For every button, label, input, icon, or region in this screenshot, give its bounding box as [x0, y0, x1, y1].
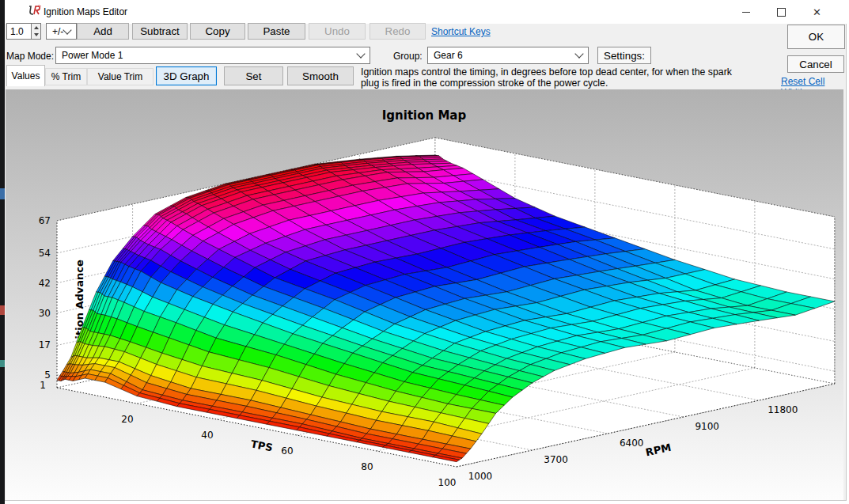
chart-title: Ignition Map	[382, 108, 467, 123]
maximize-button[interactable]	[764, 0, 799, 24]
advance-tick-label: 54	[39, 248, 51, 259]
spinner-down-icon[interactable]	[32, 32, 40, 40]
3d-surface-chart[interactable]: 1517304254672040608010010003700640091001…	[6, 89, 843, 500]
rpm-tick-label: 11800	[768, 404, 798, 415]
operator-value: +/-	[52, 26, 63, 37]
tps-tick-label: 20	[121, 414, 133, 425]
tab-pct-trim[interactable]: % Trim	[45, 68, 87, 85]
description-line2: plug is fired in the compression stroke …	[361, 78, 772, 89]
paste-button[interactable]: Paste	[248, 23, 305, 40]
3d-graph-button[interactable]: 3D Graph	[156, 66, 217, 85]
chevron-down-icon	[574, 49, 583, 58]
tps-tick-label: 60	[281, 445, 293, 457]
subtract-button[interactable]: Subtract	[132, 23, 188, 40]
x-axis-label: RPM	[645, 441, 673, 458]
add-button[interactable]: Add	[77, 23, 129, 40]
minimize-icon	[742, 12, 750, 13]
settings-button[interactable]: Settings:	[597, 47, 651, 64]
tps-tick-label: 40	[201, 430, 213, 441]
minimize-button[interactable]	[728, 0, 764, 24]
description-line1: Ignition maps control the timing, in deg…	[361, 67, 772, 78]
advance-tick-label: 1	[40, 380, 46, 391]
rpm-tick-label: 3700	[544, 454, 568, 465]
chevron-down-icon	[63, 25, 71, 34]
rpm-tick-label: 6400	[620, 438, 644, 449]
close-icon: ✕	[813, 7, 821, 17]
tps-tick-label: 80	[361, 461, 373, 472]
map-mode-value: Power Mode 1	[62, 50, 123, 61]
plot-panel: 1517304254672040608010010003700640091001…	[6, 89, 843, 500]
shortcut-keys-link[interactable]: Shortcut Keys	[431, 26, 491, 37]
y-axis-label: TPS	[250, 438, 274, 454]
operator-dropdown[interactable]: +/-	[46, 23, 77, 40]
window-title: Ignition Maps Editor	[44, 6, 127, 17]
tab-value-trim[interactable]: Value Trim	[87, 68, 154, 85]
chevron-down-icon	[356, 49, 365, 58]
group-value: Gear 6	[434, 50, 463, 61]
advance-tick-label: 67	[39, 215, 51, 226]
advance-tick-label: 17	[39, 339, 51, 351]
close-button[interactable]: ✕	[799, 0, 835, 24]
smooth-button[interactable]: Smooth	[287, 66, 354, 85]
maximize-icon	[777, 8, 786, 17]
rpm-tick-label: 1000	[468, 471, 493, 482]
advance-tick-label: 42	[39, 278, 51, 289]
group-dropdown[interactable]: Gear 6	[427, 47, 589, 64]
tab-values[interactable]: Values	[6, 65, 45, 86]
advance-tick-label: 30	[39, 308, 51, 319]
redo-button[interactable]: Redo	[370, 23, 426, 40]
group-label: Group:	[393, 51, 423, 62]
tps-tick-label: 100	[438, 477, 457, 488]
set-button[interactable]: Set	[224, 66, 283, 85]
ok-button[interactable]: OK	[787, 25, 845, 49]
rpm-tick-label: 9100	[695, 421, 719, 432]
cancel-button[interactable]: Cancel	[787, 55, 844, 73]
title-bar[interactable]: Ignition Maps Editor	[5, 0, 847, 24]
spinner-up-icon[interactable]	[32, 24, 40, 32]
copy-button[interactable]: Copy	[190, 23, 245, 40]
map-mode-label: Map Mode:	[6, 51, 54, 62]
step-spinner[interactable]	[31, 23, 41, 40]
app-logo-icon	[28, 5, 41, 18]
undo-button[interactable]: Undo	[309, 23, 366, 40]
map-mode-dropdown[interactable]: Power Mode 1	[55, 47, 370, 64]
advance-tick-label: 5	[44, 369, 51, 381]
step-value-input[interactable]	[6, 23, 31, 40]
description-text: Ignition maps control the timing, in deg…	[361, 67, 772, 89]
